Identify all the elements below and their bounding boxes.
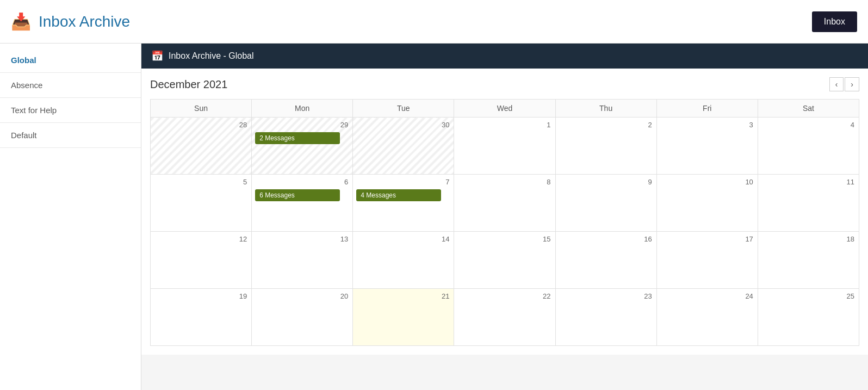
calendar-day: 9 (555, 175, 656, 232)
month-title: December 2021 (150, 78, 227, 91)
day-header-sun: Sun (151, 100, 252, 117)
day-number: 9 (559, 177, 653, 188)
calendar-day: 18 (758, 232, 859, 289)
calendar-icon: 📅 (151, 50, 163, 62)
day-number: 28 (154, 120, 248, 131)
day-header-thu: Thu (555, 100, 656, 117)
calendar-day: 5 (151, 175, 252, 232)
day-number: 19 (154, 291, 248, 302)
header-left: 📥 Inbox Archive (11, 12, 130, 31)
day-number: 22 (457, 291, 551, 302)
calendar-area: December 2021 ‹ › SunMonTueWedThuFriSat … (141, 69, 868, 355)
day-number: 10 (660, 177, 754, 188)
day-number: 25 (761, 291, 855, 302)
calendar-day: 16 (555, 232, 656, 289)
calendar-day: 23 (555, 289, 656, 346)
day-number: 6 (255, 177, 349, 188)
calendar-day: 15 (454, 232, 555, 289)
day-number: 15 (457, 234, 551, 245)
event-badge[interactable]: 4 Messages (356, 189, 441, 201)
day-number: 3 (660, 120, 754, 131)
sidebar-item-global[interactable]: Global (0, 48, 141, 73)
content-area: 📅 Inbox Archive - Global December 2021 ‹… (141, 44, 868, 390)
event-badge[interactable]: 2 Messages (255, 132, 340, 144)
month-navigation: December 2021 ‹ › (150, 77, 859, 91)
calendar-day: 2 (555, 117, 656, 175)
calendar-day: 21 (353, 289, 454, 346)
sidebar-item-text-for-help[interactable]: Text for Help (0, 98, 141, 123)
app-header: 📥 Inbox Archive Inbox (0, 0, 868, 44)
calendar-day: 10 (656, 175, 758, 232)
calendar-grid: SunMonTueWedThuFriSat 28292 Messages3012… (150, 99, 859, 346)
prev-month-button[interactable]: ‹ (829, 77, 844, 91)
sidebar-item-default[interactable]: Default (0, 123, 141, 148)
event-badge[interactable]: 6 Messages (255, 189, 340, 201)
day-number: 17 (660, 234, 754, 245)
app-title: Inbox Archive (39, 13, 130, 30)
day-number: 30 (356, 120, 450, 131)
calendar-day: 66 Messages (252, 175, 353, 232)
nav-buttons: ‹ › (829, 77, 859, 91)
sidebar-item-absence[interactable]: Absence (0, 73, 141, 98)
calendar-week-3: 19202122232425 (151, 289, 859, 346)
day-header-tue: Tue (353, 100, 454, 117)
day-number: 14 (356, 234, 450, 245)
day-header-mon: Mon (252, 100, 353, 117)
calendar-day: 14 (353, 232, 454, 289)
day-number: 8 (457, 177, 551, 188)
calendar-day: 20 (252, 289, 353, 346)
day-number: 7 (356, 177, 450, 188)
calendar-day: 19 (151, 289, 252, 346)
calendar-day: 11 (758, 175, 859, 232)
calendar-header-title: Inbox Archive - Global (169, 51, 254, 61)
calendar-day: 292 Messages (252, 117, 353, 175)
calendar-day: 4 (758, 117, 859, 175)
calendar-day: 25 (758, 289, 859, 346)
calendar-day: 28 (151, 117, 252, 175)
calendar-day: 30 (353, 117, 454, 175)
calendar-week-0: 28292 Messages301234 (151, 117, 859, 175)
day-number: 23 (559, 291, 653, 302)
day-number: 11 (761, 177, 855, 188)
calendar-day: 3 (656, 117, 758, 175)
day-number: 2 (559, 120, 653, 131)
day-number: 12 (154, 234, 248, 245)
calendar-week-2: 12131415161718 (151, 232, 859, 289)
day-header-sat: Sat (758, 100, 859, 117)
calendar-body: 28292 Messages301234566 Messages74 Messa… (151, 117, 859, 346)
day-header-fri: Fri (656, 100, 758, 117)
inbox-button[interactable]: Inbox (812, 11, 857, 32)
calendar-day: 8 (454, 175, 555, 232)
calendar-day: 13 (252, 232, 353, 289)
day-number: 4 (761, 120, 855, 131)
inbox-archive-icon: 📥 (11, 12, 31, 31)
calendar-day: 24 (656, 289, 758, 346)
day-number: 20 (255, 291, 349, 302)
day-headers-row: SunMonTueWedThuFriSat (151, 100, 859, 117)
day-number: 18 (761, 234, 855, 245)
day-number: 24 (660, 291, 754, 302)
day-number: 29 (255, 120, 349, 131)
day-number: 5 (154, 177, 248, 188)
calendar-day: 22 (454, 289, 555, 346)
calendar-day: 17 (656, 232, 758, 289)
day-number: 16 (559, 234, 653, 245)
next-month-button[interactable]: › (845, 77, 859, 91)
day-number: 1 (457, 120, 551, 131)
day-number: 13 (255, 234, 349, 245)
calendar-day: 1 (454, 117, 555, 175)
calendar-day: 12 (151, 232, 252, 289)
sidebar: Global Absence Text for Help Default (0, 44, 141, 390)
day-number: 21 (356, 291, 450, 302)
calendar-day: 74 Messages (353, 175, 454, 232)
day-header-wed: Wed (454, 100, 555, 117)
calendar-header-bar: 📅 Inbox Archive - Global (141, 44, 868, 69)
main-layout: Global Absence Text for Help Default 📅 I… (0, 44, 868, 390)
calendar-week-1: 566 Messages74 Messages891011 (151, 175, 859, 232)
